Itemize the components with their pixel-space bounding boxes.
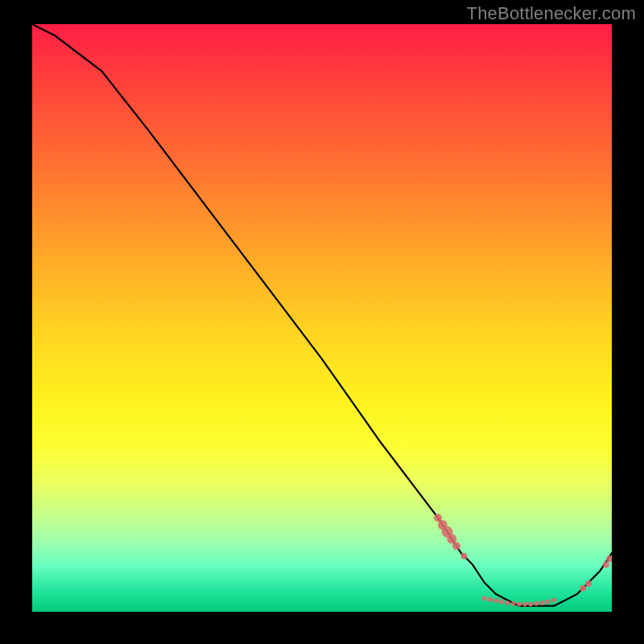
- highlight-dot: [580, 585, 586, 592]
- highlight-dots: [434, 514, 612, 606]
- chart-frame: TheBottlenecker.com: [0, 0, 644, 644]
- highlight-dot: [499, 600, 504, 605]
- highlight-dot: [517, 602, 522, 607]
- highlight-dot: [522, 602, 527, 607]
- highlight-dot: [511, 601, 516, 606]
- highlight-dot: [452, 542, 460, 550]
- attribution-label: TheBottlenecker.com: [467, 3, 636, 24]
- plot-area: [32, 24, 612, 612]
- highlight-dot: [482, 596, 487, 601]
- highlight-dot: [488, 597, 493, 602]
- highlight-dot: [460, 553, 467, 559]
- highlight-dot: [585, 580, 592, 587]
- bottleneck-curve: [32, 24, 612, 606]
- highlight-dot: [534, 601, 539, 606]
- highlight-dot: [551, 597, 556, 602]
- highlight-dot: [493, 598, 498, 603]
- chart-svg: [32, 24, 612, 612]
- highlight-dot: [528, 602, 533, 607]
- highlight-dot: [603, 562, 609, 568]
- highlight-dot: [505, 601, 510, 605]
- highlight-dot: [540, 601, 545, 605]
- highlight-dot: [546, 600, 551, 605]
